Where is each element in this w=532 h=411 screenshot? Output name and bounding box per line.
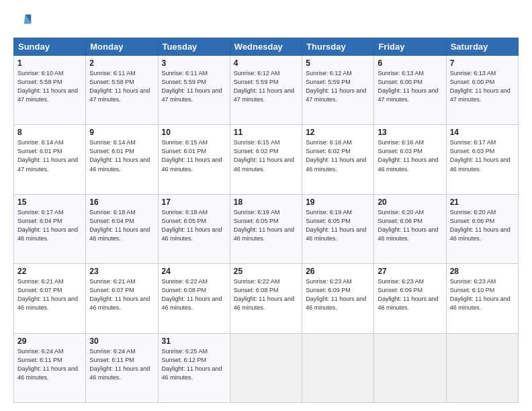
day-number: 2 bbox=[89, 58, 154, 68]
day-number: 4 bbox=[234, 58, 298, 68]
day-number: 1 bbox=[17, 58, 82, 68]
calendar-cell: 30 Sunrise: 6:24 AMSunset: 6:11 PMDaylig… bbox=[86, 333, 158, 402]
day-info: Sunrise: 6:11 AMSunset: 5:59 PMDaylight:… bbox=[162, 70, 222, 103]
day-number: 8 bbox=[17, 128, 82, 137]
weekday-header: Tuesday bbox=[158, 38, 230, 56]
calendar-cell: 9 Sunrise: 6:14 AMSunset: 6:01 PMDayligh… bbox=[86, 125, 158, 194]
day-number: 6 bbox=[378, 58, 442, 68]
day-info: Sunrise: 6:13 AMSunset: 6:00 PMDaylight:… bbox=[378, 70, 438, 103]
day-info: Sunrise: 6:12 AMSunset: 5:59 PMDaylight:… bbox=[234, 70, 294, 103]
calendar-cell: 18 Sunrise: 6:19 AMSunset: 6:05 PMDaylig… bbox=[230, 194, 302, 263]
calendar-cell bbox=[230, 333, 302, 402]
day-number: 19 bbox=[306, 197, 370, 207]
calendar-cell: 25 Sunrise: 6:22 AMSunset: 6:08 PMDaylig… bbox=[230, 264, 302, 333]
day-info: Sunrise: 6:19 AMSunset: 6:05 PMDaylight:… bbox=[234, 209, 294, 242]
calendar-cell: 26 Sunrise: 6:23 AMSunset: 6:09 PMDaylig… bbox=[302, 264, 374, 333]
weekday-header: Monday bbox=[86, 38, 158, 56]
day-info: Sunrise: 6:21 AMSunset: 6:07 PMDaylight:… bbox=[17, 278, 78, 311]
day-number: 16 bbox=[89, 197, 154, 207]
day-info: Sunrise: 6:22 AMSunset: 6:08 PMDaylight:… bbox=[162, 278, 222, 311]
day-number: 28 bbox=[450, 267, 515, 276]
day-info: Sunrise: 6:20 AMSunset: 6:06 PMDaylight:… bbox=[378, 209, 438, 242]
day-number: 27 bbox=[378, 267, 442, 276]
calendar-cell: 11 Sunrise: 6:15 AMSunset: 6:02 PMDaylig… bbox=[230, 125, 302, 194]
day-number: 24 bbox=[162, 267, 226, 276]
calendar-cell: 24 Sunrise: 6:22 AMSunset: 6:08 PMDaylig… bbox=[158, 264, 230, 333]
calendar-cell: 17 Sunrise: 6:18 AMSunset: 6:05 PMDaylig… bbox=[158, 194, 230, 263]
calendar-cell bbox=[446, 333, 518, 402]
calendar-cell: 22 Sunrise: 6:21 AMSunset: 6:07 PMDaylig… bbox=[14, 264, 86, 333]
calendar-week-row: 1 Sunrise: 6:10 AMSunset: 5:58 PMDayligh… bbox=[14, 56, 519, 125]
calendar-cell: 23 Sunrise: 6:21 AMSunset: 6:07 PMDaylig… bbox=[86, 264, 158, 333]
day-info: Sunrise: 6:21 AMSunset: 6:07 PMDaylight:… bbox=[89, 278, 150, 311]
day-info: Sunrise: 6:24 AMSunset: 6:11 PMDaylight:… bbox=[89, 348, 150, 381]
calendar-header: SundayMondayTuesdayWednesdayThursdayFrid… bbox=[14, 38, 519, 56]
weekday-header: Thursday bbox=[302, 38, 374, 56]
calendar-cell: 20 Sunrise: 6:20 AMSunset: 6:06 PMDaylig… bbox=[374, 194, 446, 263]
day-info: Sunrise: 6:23 AMSunset: 6:10 PMDaylight:… bbox=[450, 278, 511, 311]
page: SundayMondayTuesdayWednesdayThursdayFrid… bbox=[0, 0, 532, 411]
day-info: Sunrise: 6:25 AMSunset: 6:12 PMDaylight:… bbox=[162, 348, 222, 381]
calendar-cell: 2 Sunrise: 6:11 AMSunset: 5:58 PMDayligh… bbox=[86, 56, 158, 125]
weekday-header: Friday bbox=[374, 38, 446, 56]
logo bbox=[13, 12, 35, 31]
day-number: 12 bbox=[306, 128, 370, 137]
day-info: Sunrise: 6:16 AMSunset: 6:02 PMDaylight:… bbox=[306, 139, 366, 172]
day-number: 10 bbox=[162, 128, 226, 137]
day-info: Sunrise: 6:20 AMSunset: 6:06 PMDaylight:… bbox=[450, 209, 511, 242]
day-number: 25 bbox=[234, 267, 298, 276]
weekday-header: Sunday bbox=[14, 38, 86, 56]
calendar-cell: 21 Sunrise: 6:20 AMSunset: 6:06 PMDaylig… bbox=[446, 194, 518, 263]
day-number: 3 bbox=[162, 58, 226, 68]
day-info: Sunrise: 6:18 AMSunset: 6:04 PMDaylight:… bbox=[89, 209, 150, 242]
calendar-cell bbox=[374, 333, 446, 402]
day-number: 5 bbox=[306, 58, 370, 68]
day-info: Sunrise: 6:23 AMSunset: 6:09 PMDaylight:… bbox=[306, 278, 366, 311]
calendar-cell: 6 Sunrise: 6:13 AMSunset: 6:00 PMDayligh… bbox=[374, 56, 446, 125]
day-number: 13 bbox=[378, 128, 442, 137]
day-info: Sunrise: 6:19 AMSunset: 6:05 PMDaylight:… bbox=[306, 209, 366, 242]
day-number: 17 bbox=[162, 197, 226, 207]
calendar-week-row: 22 Sunrise: 6:21 AMSunset: 6:07 PMDaylig… bbox=[14, 264, 519, 333]
day-number: 14 bbox=[450, 128, 515, 137]
calendar-cell: 28 Sunrise: 6:23 AMSunset: 6:10 PMDaylig… bbox=[446, 264, 518, 333]
calendar-cell: 29 Sunrise: 6:24 AMSunset: 6:11 PMDaylig… bbox=[14, 333, 86, 402]
day-info: Sunrise: 6:15 AMSunset: 6:02 PMDaylight:… bbox=[234, 139, 294, 172]
calendar-cell: 1 Sunrise: 6:10 AMSunset: 5:58 PMDayligh… bbox=[14, 56, 86, 125]
calendar-cell bbox=[302, 333, 374, 402]
calendar-cell: 4 Sunrise: 6:12 AMSunset: 5:59 PMDayligh… bbox=[230, 56, 302, 125]
calendar-cell: 8 Sunrise: 6:14 AMSunset: 6:01 PMDayligh… bbox=[14, 125, 86, 194]
day-info: Sunrise: 6:18 AMSunset: 6:05 PMDaylight:… bbox=[162, 209, 222, 242]
day-number: 20 bbox=[378, 197, 442, 207]
calendar-cell: 13 Sunrise: 6:16 AMSunset: 6:03 PMDaylig… bbox=[374, 125, 446, 194]
day-info: Sunrise: 6:13 AMSunset: 6:00 PMDaylight:… bbox=[450, 70, 511, 103]
weekday-row: SundayMondayTuesdayWednesdayThursdayFrid… bbox=[14, 38, 519, 56]
day-number: 7 bbox=[450, 58, 515, 68]
calendar-table: SundayMondayTuesdayWednesdayThursdayFrid… bbox=[13, 38, 519, 403]
day-number: 22 bbox=[17, 267, 82, 276]
calendar-body: 1 Sunrise: 6:10 AMSunset: 5:58 PMDayligh… bbox=[14, 56, 519, 403]
calendar-cell: 7 Sunrise: 6:13 AMSunset: 6:00 PMDayligh… bbox=[446, 56, 518, 125]
day-info: Sunrise: 6:15 AMSunset: 6:01 PMDaylight:… bbox=[162, 139, 222, 172]
calendar-week-row: 29 Sunrise: 6:24 AMSunset: 6:11 PMDaylig… bbox=[14, 333, 519, 402]
day-number: 9 bbox=[89, 128, 154, 137]
day-info: Sunrise: 6:24 AMSunset: 6:11 PMDaylight:… bbox=[17, 348, 78, 381]
day-number: 18 bbox=[234, 197, 298, 207]
calendar-cell: 27 Sunrise: 6:23 AMSunset: 6:09 PMDaylig… bbox=[374, 264, 446, 333]
day-info: Sunrise: 6:10 AMSunset: 5:58 PMDaylight:… bbox=[17, 70, 78, 103]
day-number: 31 bbox=[162, 336, 226, 346]
calendar-cell: 19 Sunrise: 6:19 AMSunset: 6:05 PMDaylig… bbox=[302, 194, 374, 263]
calendar-cell: 31 Sunrise: 6:25 AMSunset: 6:12 PMDaylig… bbox=[158, 333, 230, 402]
day-number: 15 bbox=[17, 197, 82, 207]
day-info: Sunrise: 6:12 AMSunset: 5:59 PMDaylight:… bbox=[306, 70, 366, 103]
day-info: Sunrise: 6:17 AMSunset: 6:03 PMDaylight:… bbox=[450, 139, 511, 172]
day-info: Sunrise: 6:11 AMSunset: 5:58 PMDaylight:… bbox=[89, 70, 150, 103]
day-info: Sunrise: 6:14 AMSunset: 6:01 PMDaylight:… bbox=[89, 139, 150, 172]
day-info: Sunrise: 6:17 AMSunset: 6:04 PMDaylight:… bbox=[17, 209, 78, 242]
calendar-week-row: 8 Sunrise: 6:14 AMSunset: 6:01 PMDayligh… bbox=[14, 125, 519, 194]
day-info: Sunrise: 6:23 AMSunset: 6:09 PMDaylight:… bbox=[378, 278, 438, 311]
day-number: 26 bbox=[306, 267, 370, 276]
day-number: 30 bbox=[89, 336, 154, 346]
day-info: Sunrise: 6:22 AMSunset: 6:08 PMDaylight:… bbox=[234, 278, 294, 311]
day-number: 21 bbox=[450, 197, 515, 207]
